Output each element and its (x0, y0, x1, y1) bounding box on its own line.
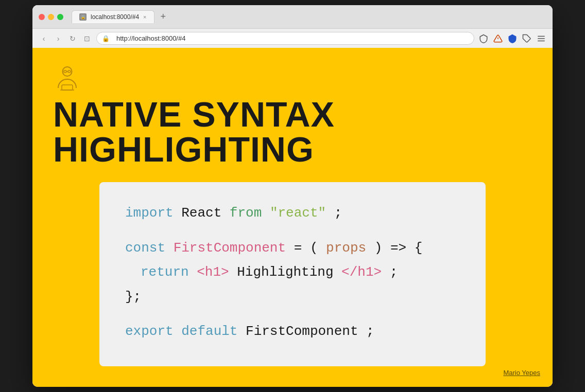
page-content: NATIVE SYNTAX HIGHLIGHTING import React … (32, 48, 553, 387)
equals-paren: = ( (294, 240, 318, 256)
tab-title: localhost:8000/#4 (91, 13, 139, 21)
code-line-7: export default FirstComponent ; (125, 321, 460, 343)
keyword-const: const (125, 240, 165, 256)
tab-close-button[interactable]: × (143, 14, 146, 20)
ublock-icon[interactable]: μ (507, 33, 518, 44)
code-line-1: import React from "react" ; (125, 203, 460, 224)
browser-tab[interactable]: 🔒 localhost:8000/#4 × (72, 10, 154, 23)
maximize-button[interactable] (57, 14, 63, 20)
string-react: "react" (270, 205, 326, 221)
tag-close-h1: </h1> (341, 264, 382, 280)
browser-toolbar-icons: μ (478, 33, 546, 44)
code-block: import React from "react" ; const FirstC… (99, 182, 486, 366)
code-spacer-1 (125, 227, 460, 238)
bookmark-button[interactable]: ⊡ (82, 33, 92, 44)
closing-brace: }; (125, 289, 141, 305)
svg-text:🔒: 🔒 (81, 15, 85, 20)
code-spacer-2 (125, 311, 460, 321)
svg-text:μ: μ (511, 37, 513, 41)
semicolon-7: ; (366, 324, 374, 339)
title-bar: 🔒 localhost:8000/#4 × + (32, 5, 553, 28)
code-line-5: }; (125, 287, 460, 308)
page-title: NATIVE SYNTAX HIGHLIGHTING (53, 97, 532, 167)
security-lock-icon: 🔒 (102, 35, 110, 42)
new-tab-button[interactable]: + (157, 11, 170, 22)
text-highlighting: Highlighting (237, 264, 333, 280)
semicolon-1: ; (334, 205, 342, 221)
keyword-default: default (181, 324, 237, 339)
identifier-first-component: FirstComponent (174, 240, 286, 256)
identifier-fc-export: FirstComponent (246, 324, 358, 339)
menu-icon[interactable] (536, 33, 546, 44)
tab-bar: 🔒 localhost:8000/#4 × + (72, 10, 546, 23)
keyword-return: return (141, 264, 189, 280)
reload-button[interactable]: ↻ (67, 33, 78, 44)
browser-window: 🔒 localhost:8000/#4 × + ‹ › ↻ ⊡ 🔒 http:/… (32, 5, 553, 387)
keyword-import: import (125, 205, 174, 221)
brave-shield-icon[interactable] (478, 33, 489, 44)
identifier-react: React (181, 205, 230, 221)
tab-favicon: 🔒 (79, 13, 87, 21)
svg-rect-10 (64, 70, 66, 73)
keyword-export: export (125, 324, 174, 339)
minimize-button[interactable] (48, 14, 54, 20)
warning-icon[interactable] (493, 33, 503, 44)
svg-rect-11 (68, 70, 71, 73)
url-bar[interactable]: 🔒 http://localhost:8000/#4 (96, 32, 474, 45)
logo-avatar-icon (53, 63, 81, 92)
semicolon-4: ; (390, 264, 398, 280)
keyword-from: from (230, 205, 262, 221)
close-button[interactable] (39, 14, 45, 20)
svg-rect-13 (62, 85, 73, 90)
url-text: http://localhost:8000/#4 (114, 34, 185, 42)
browser-chrome: 🔒 localhost:8000/#4 × + ‹ › ↻ ⊡ 🔒 http:/… (32, 5, 553, 48)
extensions-icon[interactable] (522, 33, 532, 44)
tag-open-h1: <h1> (197, 264, 229, 280)
attribution-link[interactable]: Mario Yepes (503, 369, 540, 377)
arrow: ) => { (374, 240, 423, 256)
code-line-3: const FirstComponent = ( props ) => { (125, 238, 460, 259)
forward-button[interactable]: › (53, 33, 63, 44)
address-bar: ‹ › ↻ ⊡ 🔒 http://localhost:8000/#4 μ (32, 28, 553, 48)
param-props: props (326, 240, 366, 256)
traffic-lights (39, 14, 63, 20)
back-button[interactable]: ‹ (39, 33, 49, 44)
code-line-4: return <h1> Highlighting </h1> ; (125, 262, 460, 283)
